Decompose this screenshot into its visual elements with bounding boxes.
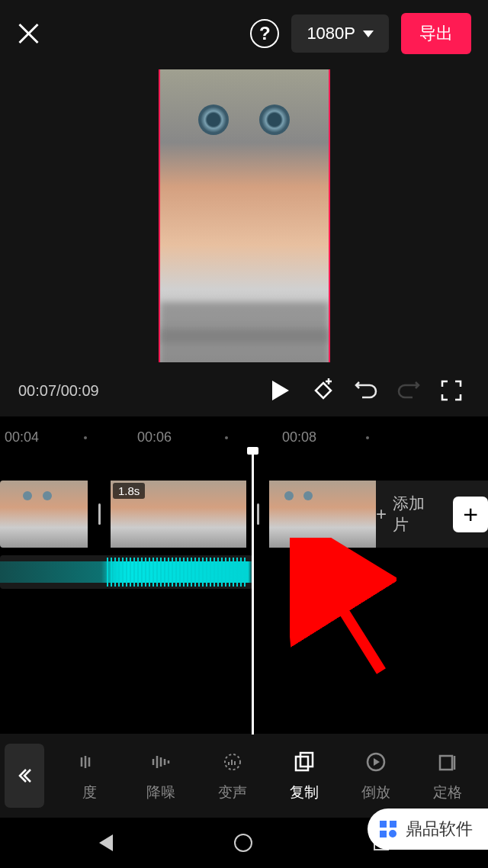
export-button[interactable]: 导出 (401, 13, 471, 54)
tool-denoise[interactable]: 降噪 (133, 749, 188, 802)
undo-button[interactable] (348, 372, 384, 409)
audio-track[interactable] (0, 555, 253, 589)
video-preview[interactable] (0, 67, 488, 365)
transition-handle[interactable] (246, 503, 269, 525)
tool-label: 度 (82, 783, 97, 802)
timecode: 00:07/00:09 (18, 382, 99, 400)
tool-speed[interactable]: 度 (62, 749, 117, 802)
fullscreen-button[interactable] (433, 372, 470, 409)
nav-back[interactable] (99, 834, 113, 851)
video-clip-1[interactable] (0, 481, 88, 548)
video-clip-2[interactable]: 1.8s (111, 481, 246, 548)
resolution-dropdown[interactable]: 1080P (291, 14, 389, 53)
video-clip-3[interactable] (269, 481, 376, 548)
svg-rect-10 (390, 821, 396, 828)
tool-label: 定格 (433, 783, 462, 802)
play-button[interactable] (262, 372, 299, 409)
svg-rect-7 (440, 756, 452, 770)
tool-copy[interactable]: 复制 (277, 749, 332, 802)
help-icon[interactable]: ? (250, 19, 279, 48)
clip-duration-badge: 1.8s (113, 483, 145, 499)
tool-freeze[interactable]: 定格 (420, 749, 475, 802)
nav-home[interactable] (234, 834, 252, 852)
collapse-button[interactable] (5, 744, 44, 808)
time-ruler[interactable]: 00:04 00:06 00:08 (0, 416, 488, 453)
svg-point-12 (389, 830, 396, 837)
add-segment-label: 添加片 (393, 493, 439, 535)
watermark-badge: 鼎品软件 (368, 809, 488, 850)
close-button[interactable] (17, 22, 40, 45)
bottom-toolbar: 度 降噪 变声 复制 倒放 定格 (0, 734, 488, 818)
add-clip-button[interactable]: + (453, 497, 488, 532)
ruler-tick: 00:06 (137, 429, 172, 445)
ruler-tick: 00:08 (282, 429, 316, 445)
svg-rect-11 (380, 831, 387, 837)
watermark-text: 鼎品软件 (406, 818, 473, 841)
tool-reverse[interactable]: 倒放 (348, 749, 403, 802)
add-segment[interactable]: + 添加片 + (376, 481, 488, 548)
tool-label: 倒放 (361, 783, 390, 802)
tool-label: 降噪 (146, 783, 175, 802)
resolution-label: 1080P (307, 24, 355, 43)
svg-rect-9 (380, 821, 387, 828)
video-frame (159, 69, 330, 362)
svg-rect-5 (300, 753, 313, 767)
tool-label: 复制 (290, 783, 319, 802)
chevron-down-icon (363, 31, 374, 37)
transition-handle[interactable] (88, 503, 111, 525)
playhead[interactable] (252, 448, 254, 735)
ruler-tick: 00:04 (5, 429, 39, 445)
redo-button[interactable] (390, 372, 427, 409)
tool-label: 变声 (218, 783, 247, 802)
tool-voice[interactable]: 变声 (205, 749, 260, 802)
svg-rect-4 (296, 757, 308, 770)
watermark-icon (377, 818, 400, 841)
timeline[interactable]: 1.8s + 添加片 + (0, 453, 488, 735)
keyframe-button[interactable] (305, 372, 342, 409)
